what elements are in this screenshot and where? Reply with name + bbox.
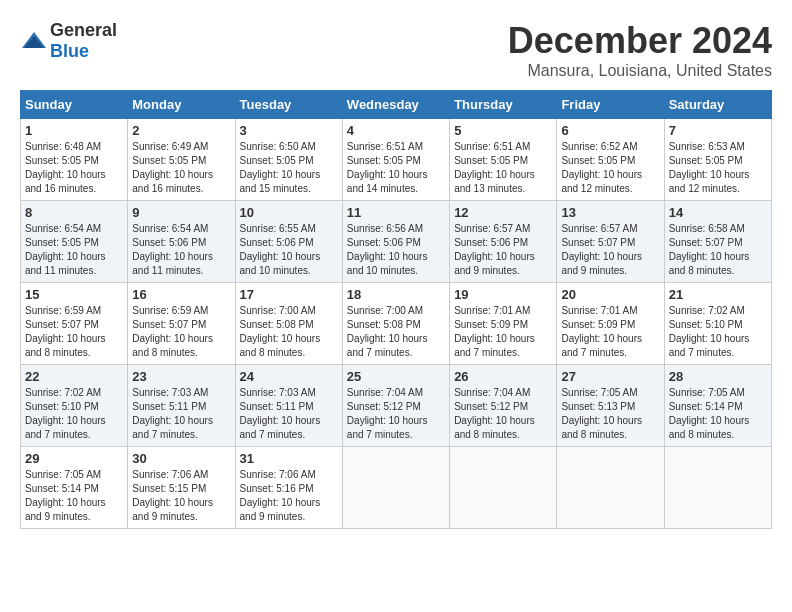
sunrise: Sunrise: 6:48 AM [25, 141, 101, 152]
calendar-cell [342, 447, 449, 529]
daylight: Daylight: 10 hours and 9 minutes. [454, 251, 535, 276]
day-number: 24 [240, 369, 338, 384]
daylight: Daylight: 10 hours and 11 minutes. [132, 251, 213, 276]
sunset: Sunset: 5:06 PM [347, 237, 421, 248]
day-info: Sunrise: 6:51 AM Sunset: 5:05 PM Dayligh… [454, 140, 552, 196]
logo-blue: Blue [50, 41, 89, 61]
title-area: December 2024 Mansura, Louisiana, United… [508, 20, 772, 80]
logo: General Blue [20, 20, 117, 62]
calendar-cell [557, 447, 664, 529]
day-info: Sunrise: 7:04 AM Sunset: 5:12 PM Dayligh… [454, 386, 552, 442]
daylight: Daylight: 10 hours and 7 minutes. [347, 415, 428, 440]
day-number: 17 [240, 287, 338, 302]
day-info: Sunrise: 6:52 AM Sunset: 5:05 PM Dayligh… [561, 140, 659, 196]
day-number: 4 [347, 123, 445, 138]
calendar-cell: 28 Sunrise: 7:05 AM Sunset: 5:14 PM Dayl… [664, 365, 771, 447]
sunrise: Sunrise: 6:54 AM [25, 223, 101, 234]
calendar-cell: 18 Sunrise: 7:00 AM Sunset: 5:08 PM Dayl… [342, 283, 449, 365]
day-info: Sunrise: 6:51 AM Sunset: 5:05 PM Dayligh… [347, 140, 445, 196]
sunset: Sunset: 5:06 PM [454, 237, 528, 248]
day-number: 16 [132, 287, 230, 302]
sunrise: Sunrise: 7:00 AM [240, 305, 316, 316]
sunset: Sunset: 5:07 PM [561, 237, 635, 248]
sunrise: Sunrise: 6:56 AM [347, 223, 423, 234]
day-info: Sunrise: 7:00 AM Sunset: 5:08 PM Dayligh… [347, 304, 445, 360]
sunrise: Sunrise: 6:53 AM [669, 141, 745, 152]
col-thursday: Thursday [450, 91, 557, 119]
day-info: Sunrise: 6:56 AM Sunset: 5:06 PM Dayligh… [347, 222, 445, 278]
calendar-cell: 31 Sunrise: 7:06 AM Sunset: 5:16 PM Dayl… [235, 447, 342, 529]
calendar-cell: 24 Sunrise: 7:03 AM Sunset: 5:11 PM Dayl… [235, 365, 342, 447]
sunset: Sunset: 5:05 PM [669, 155, 743, 166]
daylight: Daylight: 10 hours and 8 minutes. [25, 333, 106, 358]
calendar-cell: 19 Sunrise: 7:01 AM Sunset: 5:09 PM Dayl… [450, 283, 557, 365]
header: General Blue December 2024 Mansura, Loui… [20, 20, 772, 80]
calendar-table: Sunday Monday Tuesday Wednesday Thursday… [20, 90, 772, 529]
day-number: 9 [132, 205, 230, 220]
sunrise: Sunrise: 7:01 AM [454, 305, 530, 316]
sunset: Sunset: 5:07 PM [25, 319, 99, 330]
calendar-cell: 10 Sunrise: 6:55 AM Sunset: 5:06 PM Dayl… [235, 201, 342, 283]
calendar-cell: 1 Sunrise: 6:48 AM Sunset: 5:05 PM Dayli… [21, 119, 128, 201]
calendar-cell: 26 Sunrise: 7:04 AM Sunset: 5:12 PM Dayl… [450, 365, 557, 447]
day-number: 12 [454, 205, 552, 220]
calendar-cell: 23 Sunrise: 7:03 AM Sunset: 5:11 PM Dayl… [128, 365, 235, 447]
sunset: Sunset: 5:10 PM [25, 401, 99, 412]
sunset: Sunset: 5:12 PM [454, 401, 528, 412]
sunrise: Sunrise: 6:59 AM [25, 305, 101, 316]
calendar-cell: 16 Sunrise: 6:59 AM Sunset: 5:07 PM Dayl… [128, 283, 235, 365]
daylight: Daylight: 10 hours and 10 minutes. [347, 251, 428, 276]
calendar-cell: 15 Sunrise: 6:59 AM Sunset: 5:07 PM Dayl… [21, 283, 128, 365]
sunset: Sunset: 5:08 PM [347, 319, 421, 330]
day-number: 10 [240, 205, 338, 220]
sunset: Sunset: 5:11 PM [132, 401, 206, 412]
week-row-5: 29 Sunrise: 7:05 AM Sunset: 5:14 PM Dayl… [21, 447, 772, 529]
col-saturday: Saturday [664, 91, 771, 119]
daylight: Daylight: 10 hours and 16 minutes. [132, 169, 213, 194]
calendar-cell: 27 Sunrise: 7:05 AM Sunset: 5:13 PM Dayl… [557, 365, 664, 447]
day-info: Sunrise: 7:04 AM Sunset: 5:12 PM Dayligh… [347, 386, 445, 442]
calendar-cell: 22 Sunrise: 7:02 AM Sunset: 5:10 PM Dayl… [21, 365, 128, 447]
sunrise: Sunrise: 7:03 AM [240, 387, 316, 398]
calendar-cell: 29 Sunrise: 7:05 AM Sunset: 5:14 PM Dayl… [21, 447, 128, 529]
sunset: Sunset: 5:07 PM [669, 237, 743, 248]
day-number: 2 [132, 123, 230, 138]
week-row-3: 15 Sunrise: 6:59 AM Sunset: 5:07 PM Dayl… [21, 283, 772, 365]
sunrise: Sunrise: 7:03 AM [132, 387, 208, 398]
daylight: Daylight: 10 hours and 7 minutes. [561, 333, 642, 358]
daylight: Daylight: 10 hours and 7 minutes. [240, 415, 321, 440]
sunrise: Sunrise: 7:02 AM [669, 305, 745, 316]
day-info: Sunrise: 7:03 AM Sunset: 5:11 PM Dayligh… [240, 386, 338, 442]
calendar-cell [450, 447, 557, 529]
daylight: Daylight: 10 hours and 8 minutes. [669, 251, 750, 276]
sunset: Sunset: 5:12 PM [347, 401, 421, 412]
calendar-cell: 14 Sunrise: 6:58 AM Sunset: 5:07 PM Dayl… [664, 201, 771, 283]
day-number: 22 [25, 369, 123, 384]
day-info: Sunrise: 7:02 AM Sunset: 5:10 PM Dayligh… [25, 386, 123, 442]
day-info: Sunrise: 7:05 AM Sunset: 5:13 PM Dayligh… [561, 386, 659, 442]
daylight: Daylight: 10 hours and 16 minutes. [25, 169, 106, 194]
sunset: Sunset: 5:05 PM [454, 155, 528, 166]
week-row-4: 22 Sunrise: 7:02 AM Sunset: 5:10 PM Dayl… [21, 365, 772, 447]
daylight: Daylight: 10 hours and 7 minutes. [132, 415, 213, 440]
daylight: Daylight: 10 hours and 11 minutes. [25, 251, 106, 276]
day-number: 21 [669, 287, 767, 302]
daylight: Daylight: 10 hours and 7 minutes. [669, 333, 750, 358]
day-info: Sunrise: 6:49 AM Sunset: 5:05 PM Dayligh… [132, 140, 230, 196]
sunrise: Sunrise: 7:04 AM [347, 387, 423, 398]
sunset: Sunset: 5:05 PM [25, 155, 99, 166]
calendar-cell: 7 Sunrise: 6:53 AM Sunset: 5:05 PM Dayli… [664, 119, 771, 201]
daylight: Daylight: 10 hours and 7 minutes. [454, 333, 535, 358]
calendar-cell: 3 Sunrise: 6:50 AM Sunset: 5:05 PM Dayli… [235, 119, 342, 201]
col-sunday: Sunday [21, 91, 128, 119]
sunset: Sunset: 5:05 PM [347, 155, 421, 166]
day-number: 13 [561, 205, 659, 220]
sunrise: Sunrise: 7:06 AM [132, 469, 208, 480]
day-number: 19 [454, 287, 552, 302]
calendar-cell: 12 Sunrise: 6:57 AM Sunset: 5:06 PM Dayl… [450, 201, 557, 283]
day-number: 26 [454, 369, 552, 384]
calendar-cell: 21 Sunrise: 7:02 AM Sunset: 5:10 PM Dayl… [664, 283, 771, 365]
sunset: Sunset: 5:11 PM [240, 401, 314, 412]
day-number: 15 [25, 287, 123, 302]
day-info: Sunrise: 7:01 AM Sunset: 5:09 PM Dayligh… [454, 304, 552, 360]
